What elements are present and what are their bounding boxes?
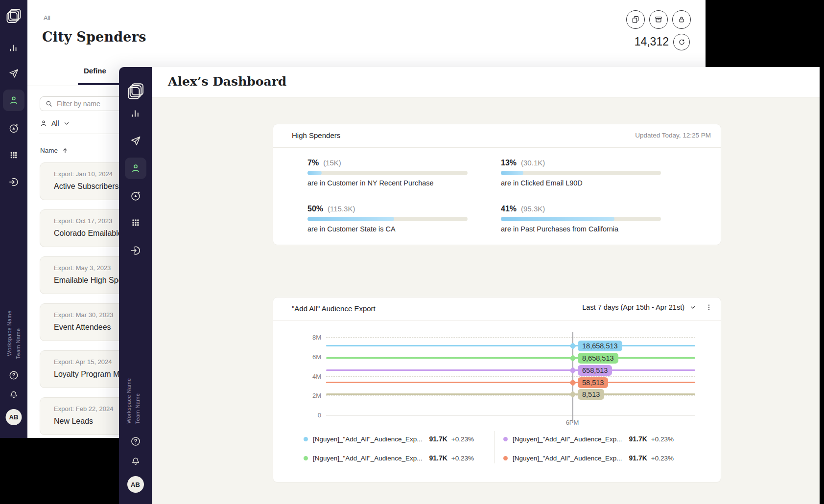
card-title: "Add All" Audience Export (292, 304, 376, 313)
fg-sidebar: Workspace Name Team Name AB (119, 67, 152, 504)
data-point-marker (569, 354, 576, 361)
legend-name: [Nguyen]_"Add_All"_Audience_Exp... (513, 435, 622, 443)
legend-name: [Nguyen]_"Add_All"_Audience_Exp... (313, 455, 422, 462)
send-icon[interactable] (130, 136, 141, 147)
audience-icon[interactable] (8, 95, 19, 106)
stat-block: 50%(115.3K) are in Customer State is CA (307, 205, 468, 233)
data-point-marker (569, 367, 576, 373)
legend-delta: +0.23% (651, 455, 674, 462)
bell-icon[interactable] (130, 456, 141, 467)
high-spenders-card: High Spenders Updated Today, 12:25 PM 7%… (273, 124, 721, 245)
archive-button[interactable] (649, 10, 668, 29)
explore-icon[interactable] (130, 190, 141, 202)
screen: Workspace Name Team Name AB All City Spe… (0, 0, 824, 504)
value-pill: 8,658,513 (578, 353, 618, 364)
stat-label: are in Clicked Email L90D (501, 179, 661, 187)
gridline (326, 376, 695, 377)
legend-delta: +0.23% (451, 435, 474, 443)
breadcrumb[interactable]: All (44, 15, 50, 22)
sort-name-header[interactable]: Name (40, 147, 69, 154)
dashboard-title: Alex’s Dashboard (168, 74, 286, 89)
value-pill: 18,658,513 (578, 341, 622, 351)
analytics-icon[interactable] (130, 108, 141, 119)
x-axis-baseline (326, 415, 695, 415)
gridline (326, 337, 695, 338)
exit-icon[interactable] (8, 177, 19, 187)
chevron-down-icon[interactable] (689, 304, 696, 311)
stat-count: (30.1K) (521, 159, 545, 167)
value-pill: 658,513 (578, 365, 612, 376)
stat-count: (115.3K) (328, 205, 355, 213)
person-icon (40, 119, 47, 127)
chevron-down-icon (63, 120, 70, 127)
team-name-label: Team Name (135, 377, 141, 440)
series-line-purple (326, 369, 695, 371)
legend-dot (304, 456, 308, 460)
legend-name: [Nguyen]_"Add_All"_Audience_Exp... (313, 435, 422, 443)
legend-value: 91.7K (429, 454, 447, 462)
bg-page-title: City Spenders (42, 29, 146, 45)
legend-item[interactable]: [Nguyen]_"Add_All"_Audience_Exp... 91.7K… (304, 433, 493, 445)
explore-icon[interactable] (8, 123, 19, 134)
series-line-salmon (326, 382, 695, 383)
audience-export-card: "Add All" Audience Export Last 7 days (A… (273, 297, 721, 482)
search-placeholder: Filter by name (57, 100, 100, 108)
app-logo-icon[interactable] (126, 82, 145, 101)
kebab-menu-icon[interactable] (705, 303, 713, 311)
card-title: High Spenders (292, 131, 340, 139)
send-icon[interactable] (8, 68, 19, 79)
legend-delta: +0.23% (651, 435, 674, 443)
bell-icon[interactable] (9, 390, 19, 400)
series-line-olive (326, 393, 695, 395)
stat-label: are in Customer in NY Recent Purchase (307, 179, 468, 187)
scope-label: All (51, 119, 59, 127)
bg-sidebar: Workspace Name Team Name AB (0, 0, 27, 504)
card-header: "Add All" Audience Export Last 7 days (A… (273, 298, 721, 321)
dashboard-window: Workspace Name Team Name AB Alex’s Dashb… (119, 67, 824, 504)
gridline (326, 395, 695, 396)
apps-grid-icon[interactable] (130, 218, 141, 228)
progress-bar (501, 171, 661, 175)
user-avatar[interactable]: AB (127, 476, 144, 493)
help-icon[interactable] (130, 436, 141, 447)
card-header: High Spenders Updated Today, 12:25 PM (273, 124, 721, 148)
help-icon[interactable] (8, 370, 19, 381)
apps-grid-icon[interactable] (9, 150, 19, 160)
stat-count: (95.3K) (521, 205, 545, 213)
stat-percent: 50% (307, 205, 323, 213)
audience-count: 14,312 (610, 35, 669, 48)
series-line-green (326, 357, 695, 359)
data-point-marker (569, 379, 576, 386)
mask-right-edge (820, 0, 824, 504)
user-avatar[interactable]: AB (6, 409, 22, 425)
lock-button[interactable] (672, 10, 691, 29)
exit-icon[interactable] (130, 245, 141, 256)
stat-block: 13%(30.1K) are in Clicked Email L90D (501, 159, 661, 187)
scope-selector[interactable]: All (40, 118, 70, 129)
y-tick: 0 (299, 412, 321, 419)
x-axis-cursor-label: 6PM (558, 419, 587, 426)
legend-item[interactable]: [Nguyen]_"Add_All"_Audience_Exp... 91.7K… (503, 452, 695, 464)
legend-item[interactable]: [Nguyen]_"Add_All"_Audience_Exp... 91.7K… (304, 452, 493, 464)
data-point-marker (569, 390, 576, 397)
team-name-label: Team Name (15, 312, 21, 375)
refresh-button[interactable] (673, 34, 690, 50)
progress-bar (307, 217, 468, 221)
analytics-icon[interactable] (8, 43, 19, 53)
y-tick: 6M (299, 353, 321, 361)
stat-percent: 7% (307, 159, 319, 167)
workspace-name-label: Workspace Name (126, 369, 132, 433)
stat-block: 41%(95.3K) are in Past Purchases from Ca… (501, 205, 661, 233)
updated-timestamp: Updated Today, 12:25 PM (635, 132, 711, 139)
date-range-selector[interactable]: Last 7 days (Apr 15th - Apr 21st) (582, 303, 684, 311)
tab-define[interactable]: Define (84, 67, 106, 75)
value-pill: 58,513 (578, 377, 608, 388)
copy-button[interactable] (626, 10, 645, 29)
audience-icon[interactable] (130, 163, 141, 174)
legend-item[interactable]: [Nguyen]_"Add_All"_Audience_Exp... 91.7K… (503, 433, 695, 445)
search-icon (45, 100, 53, 108)
y-tick: 4M (299, 373, 321, 380)
legend-dot (503, 437, 508, 441)
legend-dot (304, 437, 308, 441)
app-logo-icon[interactable] (5, 7, 23, 25)
